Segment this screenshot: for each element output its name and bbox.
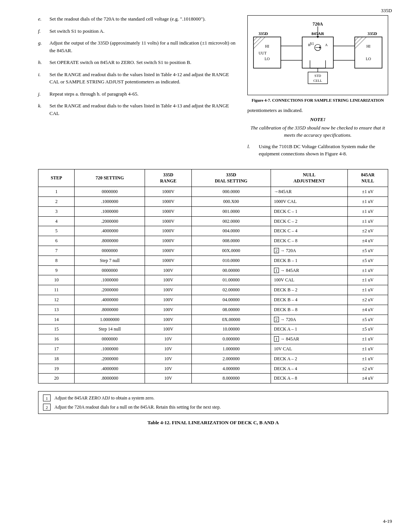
cell-720-setting: .4000000 xyxy=(75,226,145,236)
null-adj-box-num: 1 xyxy=(274,268,279,273)
table-header-row: STEP 720 SETTING 335DRANGE 335DDIAL SETT… xyxy=(38,169,388,187)
null-adj-arrow: → 845AR xyxy=(280,336,299,342)
cell-range: 1000V xyxy=(145,236,191,246)
circuit-diagram-box: 720A 335D 845AR 335D HI UUT LO S1 xyxy=(247,15,388,95)
col-step: STEP xyxy=(38,169,75,187)
cell-720-setting: .4000000 xyxy=(75,295,145,305)
cell-845ar-null: ±1 uV xyxy=(347,334,388,344)
cell-dial: 01.00000 xyxy=(191,275,271,285)
cell-845ar-null: ±2 uV xyxy=(347,364,388,374)
table-row: 700000001000V00X.00002→ 720A±5 uV xyxy=(38,246,388,256)
cell-step: 19 xyxy=(38,364,75,374)
footnote-num-wrapper: 1 xyxy=(43,395,51,401)
cell-845ar-null: ±1 uV xyxy=(347,216,388,226)
footnote-item: 2Adjust the 720A readout dials for a nul… xyxy=(43,404,383,411)
step-e-text: Set the readout dials of the 720A to the… xyxy=(49,15,236,23)
cell-720-setting: 1.0000000 xyxy=(75,315,145,324)
col-335d-dial: 335DDIAL SETTING xyxy=(191,169,271,187)
cell-845ar-null: ±5 uV xyxy=(347,256,388,265)
cell-dial: 001.0000 xyxy=(191,206,271,216)
cell-720-setting: 0000000 xyxy=(75,187,145,197)
cell-range: 1000V xyxy=(145,256,191,265)
cell-null-adj: DECK B – 1 xyxy=(271,256,347,265)
svg-text:S1: S1 xyxy=(310,42,314,46)
table-row: 10.1000000100V01.00000100V CAL±1 uV xyxy=(38,275,388,285)
null-adj-arrow-845ar: →845AR xyxy=(274,189,292,194)
note-section: potentiometers as indicated. NOTE! The c… xyxy=(247,107,388,139)
note-title: NOTE! xyxy=(247,117,388,123)
svg-line-33 xyxy=(253,37,261,45)
table-row: 18.200000010V2.000000DECK A – 2±1 uV xyxy=(38,354,388,364)
table-row: 3.10000001000V001.0000DECK C – 1±1 uV xyxy=(38,206,388,216)
cell-null-adj: 10V CAL xyxy=(271,344,347,354)
table-row: 100000001000V000.0000→845AR±1 uV xyxy=(38,187,388,197)
cell-dial: 4.000000 xyxy=(191,364,271,374)
circuit-diagram-svg: 720A 335D 845AR 335D HI UUT LO S1 xyxy=(252,19,384,89)
cell-dial: 002.0000 xyxy=(191,216,271,226)
cell-null-adj: DECK B – 8 xyxy=(271,305,347,315)
cell-step: 16 xyxy=(38,334,75,344)
cell-845ar-null: ±1 uV xyxy=(347,344,388,354)
col-845ar-null: 845ARNULL xyxy=(347,169,388,187)
table-row: 11.2000000100V02.00000DECK B – 2±1 uV xyxy=(38,285,388,295)
cell-720-setting: .8000000 xyxy=(75,236,145,246)
null-adj-box-num: 2 xyxy=(274,317,279,322)
svg-text:B: B xyxy=(308,43,310,47)
step-e-label: e. xyxy=(38,15,46,23)
cell-dial: 02.00000 xyxy=(191,285,271,295)
svg-text:335D: 335D xyxy=(368,31,377,36)
cell-range: 1000V xyxy=(145,226,191,236)
cell-step: 4 xyxy=(38,216,75,226)
null-adj-box-num: 1 xyxy=(274,336,279,342)
null-adj-box-num: 2 xyxy=(274,248,279,253)
cell-dial: 10.00000 xyxy=(191,324,271,334)
cell-dial: 000.0000 xyxy=(191,187,271,197)
cell-dial: 000.X00 xyxy=(191,197,271,207)
cell-dial: 04.00000 xyxy=(191,295,271,305)
left-steps: e. Set the readout dials of the 720A to … xyxy=(38,15,236,161)
null-adj-arrow: → 845AR xyxy=(280,268,299,273)
cell-step: 10 xyxy=(38,275,75,285)
top-section: e. Set the readout dials of the 720A to … xyxy=(38,15,388,161)
step-k-text: Set the RANGE and readout dials to the v… xyxy=(49,102,236,117)
cell-step: 9 xyxy=(38,265,75,275)
table-row: 5.40000001000V004.0000DECK C – 4±2 uV xyxy=(38,226,388,236)
svg-line-35 xyxy=(355,37,358,41)
svg-text:HI: HI xyxy=(265,44,269,48)
step-j-label: j. xyxy=(38,90,46,98)
step-l-text: Using the 7101B DC Voltage Calibration S… xyxy=(259,143,388,158)
cell-845ar-null: ±4 uV xyxy=(347,374,388,383)
cell-step: 14 xyxy=(38,315,75,324)
cell-range: 100V xyxy=(145,285,191,295)
cell-845ar-null: ±1 uV xyxy=(347,265,388,275)
step-f-label: f. xyxy=(38,27,46,35)
cell-range: 10V xyxy=(145,344,191,354)
cell-null-adj: 100V CAL xyxy=(271,275,347,285)
svg-text:335D: 335D xyxy=(258,31,268,36)
step-j: j. Repeat steps a. through h. of paragra… xyxy=(38,90,236,98)
cell-step: 18 xyxy=(38,354,75,364)
cell-720-setting: .1000000 xyxy=(75,344,145,354)
page-number-top: 335D xyxy=(381,8,392,14)
step-g-label: g. xyxy=(38,39,46,54)
cell-range: 100V xyxy=(145,275,191,285)
cell-step: 20 xyxy=(38,374,75,383)
cell-845ar-null: ±5 uV xyxy=(347,315,388,324)
cell-range: 10V xyxy=(145,374,191,383)
col-720-setting: 720 SETTING xyxy=(75,169,145,187)
col-335d-range: 335DRANGE xyxy=(145,169,191,187)
cell-dial: 010.0000 xyxy=(191,256,271,265)
svg-rect-19 xyxy=(355,37,382,68)
null-adj-arrow: → 720A xyxy=(280,317,296,322)
svg-text:UUT: UUT xyxy=(258,51,267,55)
cell-step: 1 xyxy=(38,187,75,197)
cell-845ar-null: ±1 uV xyxy=(347,354,388,364)
table-row: 16000000010V0.0000001→ 845AR±1 uV xyxy=(38,334,388,344)
cell-range: 1000V xyxy=(145,206,191,216)
svg-line-36 xyxy=(355,37,362,45)
cell-720-setting: .4000000 xyxy=(75,364,145,374)
table-row: 20.800000010V8.000000DECK A – 8±4 uV xyxy=(38,374,388,383)
step-i-text: Set the RANGE and readout dials to the v… xyxy=(49,71,236,86)
table-row: 90000000100V00.000001→ 845AR±1 uV xyxy=(38,265,388,275)
table-row: 4.20000001000V002.0000DECK C – 2±1 uV xyxy=(38,216,388,226)
